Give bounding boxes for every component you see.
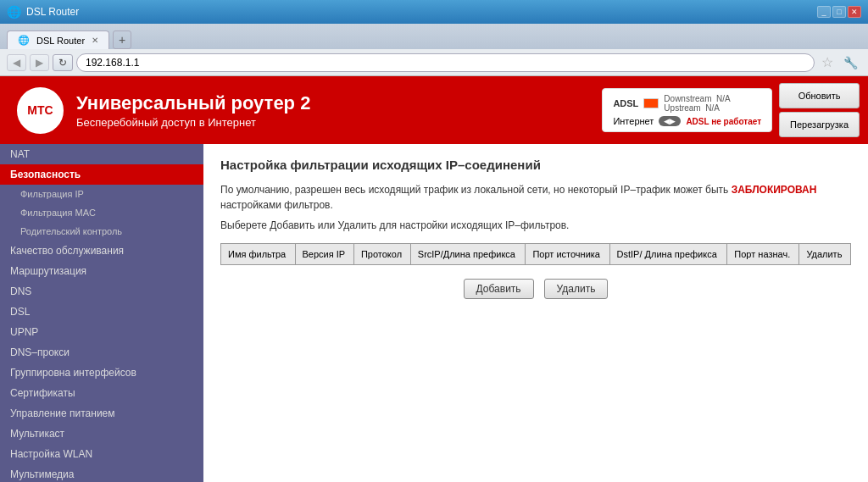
- sidebar-item[interactable]: Настройка WLAN: [0, 444, 203, 464]
- internet-label: Интернет: [613, 116, 654, 126]
- address-input[interactable]: [76, 53, 815, 72]
- sidebar-item[interactable]: Управление питанием: [0, 403, 203, 424]
- table-header: Версия IP: [295, 244, 353, 265]
- sidebar-item[interactable]: UPNP: [0, 322, 203, 342]
- nav-bar: ◀ ▶ ↻ ☆ 🔧: [0, 49, 868, 76]
- title-bar: 🌐 DSL Router _ □ ✕: [0, 0, 868, 24]
- header-title: Универсальный роутер 2 Бесперебойный дос…: [76, 92, 310, 129]
- sidebar-item[interactable]: DSL: [0, 302, 203, 322]
- tab-bar: 🌐 DSL Router ✕ +: [0, 24, 868, 49]
- table-header: SrcIP/Длина префикса: [410, 244, 526, 265]
- reboot-button[interactable]: Перезагрузка: [779, 112, 860, 137]
- refresh-nav-button[interactable]: ↻: [53, 54, 73, 71]
- table-header: Имя фильтра: [221, 244, 296, 265]
- flag-icon: [643, 98, 659, 108]
- table-header: DstIP/ Длина префикса: [609, 244, 727, 265]
- back-button[interactable]: ◀: [7, 54, 26, 71]
- internet-toggle: ◀▶: [659, 116, 681, 126]
- sidebar-item[interactable]: Маршрутизация: [0, 261, 203, 281]
- active-tab[interactable]: 🌐 DSL Router ✕: [7, 30, 109, 49]
- table-header: Порт источника: [526, 244, 609, 265]
- new-tab-button[interactable]: +: [113, 30, 131, 49]
- main-content: Настройка фильтрации исходящих IP–соедин…: [203, 144, 868, 482]
- adsl-status-box: ADSL Downstream N/A Upstream N/A Интерне…: [602, 88, 772, 132]
- delete-button[interactable]: Удалить: [544, 279, 609, 299]
- sidebar-item[interactable]: Группировна интерфейсов: [0, 363, 203, 383]
- sidebar-item[interactable]: Мультикаст: [0, 424, 203, 444]
- adsl-error-label: ADSL не работает: [686, 117, 761, 126]
- title-bar-text: DSL Router: [26, 6, 812, 18]
- main-container: МТС Универсальный роутер 2 Бесперебойный…: [0, 76, 868, 482]
- sidebar-item[interactable]: Родительский контроль: [0, 222, 203, 241]
- sidebar-item[interactable]: Фильтрация MAC: [0, 203, 203, 222]
- sidebar-item[interactable]: DNS–прокси: [0, 342, 203, 363]
- tab-close-icon[interactable]: ✕: [92, 36, 98, 45]
- page-title: Настройка фильтрации исходящих IP–соедин…: [220, 158, 851, 172]
- router-subtitle: Бесперебойный доступ в Интернет: [76, 116, 310, 129]
- sidebar-item[interactable]: Безопасность: [0, 164, 203, 185]
- adsl-label: ADSL: [613, 98, 638, 108]
- sidebar-item[interactable]: NAT: [0, 144, 203, 164]
- sidebar-item[interactable]: Фильтрация IP: [0, 185, 203, 203]
- sidebar-item[interactable]: DNS: [0, 281, 203, 302]
- add-button[interactable]: Добавить: [464, 279, 534, 299]
- downstream-row: Downstream N/A: [664, 94, 730, 103]
- refresh-button[interactable]: Обновить: [779, 83, 860, 108]
- mts-logo: МТС: [17, 87, 64, 134]
- table-header: Протокол: [353, 244, 410, 265]
- adsl-row: ADSL Downstream N/A Upstream N/A: [613, 94, 761, 113]
- filter-table: Имя фильтраВерсия IPПротоколSrcIP/Длина …: [220, 243, 851, 265]
- bookmark-icon[interactable]: ☆: [818, 54, 837, 70]
- header-status: ADSL Downstream N/A Upstream N/A Интерне…: [593, 76, 868, 144]
- status-values: Downstream N/A Upstream N/A: [664, 94, 730, 113]
- minimize-button[interactable]: _: [817, 6, 831, 18]
- header: МТС Универсальный роутер 2 Бесперебойный…: [0, 76, 868, 144]
- table-header: Удалить: [799, 244, 851, 265]
- sidebar-container: NATБезопасностьФильтрация IPФильтрация M…: [0, 144, 203, 482]
- table-header: Порт назнач.: [727, 244, 799, 265]
- buttons-row: Добавить Удалить: [220, 279, 851, 299]
- window-controls: _ □ ✕: [817, 6, 861, 18]
- description2: Выберете Добавить или Удалить для настро…: [220, 219, 851, 231]
- logo-area: МТС Универсальный роутер 2 Бесперебойный…: [0, 76, 327, 144]
- tab-title: DSL Router: [36, 36, 85, 46]
- forward-button[interactable]: ▶: [30, 54, 49, 71]
- sidebar-item[interactable]: Качество обслуживания: [0, 241, 203, 261]
- sidebar-item[interactable]: Сертификаты: [0, 383, 203, 403]
- sidebar-item[interactable]: Мультимедиа: [0, 464, 203, 482]
- sidebar: NATБезопасностьФильтрация IPФильтрация M…: [0, 144, 203, 482]
- description1: По умолчанию, разрешен весь исходящий тр…: [220, 182, 851, 213]
- upstream-row: Upstream N/A: [664, 103, 730, 113]
- close-button[interactable]: ✕: [848, 6, 861, 18]
- browser-icon: 🌐: [7, 5, 21, 19]
- maximize-button[interactable]: □: [832, 6, 846, 18]
- content-area: NATБезопасностьФильтрация IPФильтрация M…: [0, 144, 868, 482]
- settings-icon[interactable]: 🔧: [840, 56, 861, 69]
- internet-row: Интернет ◀▶ ADSL не работает: [613, 116, 761, 126]
- tab-icon: 🌐: [18, 35, 30, 46]
- router-title: Универсальный роутер 2: [76, 92, 310, 114]
